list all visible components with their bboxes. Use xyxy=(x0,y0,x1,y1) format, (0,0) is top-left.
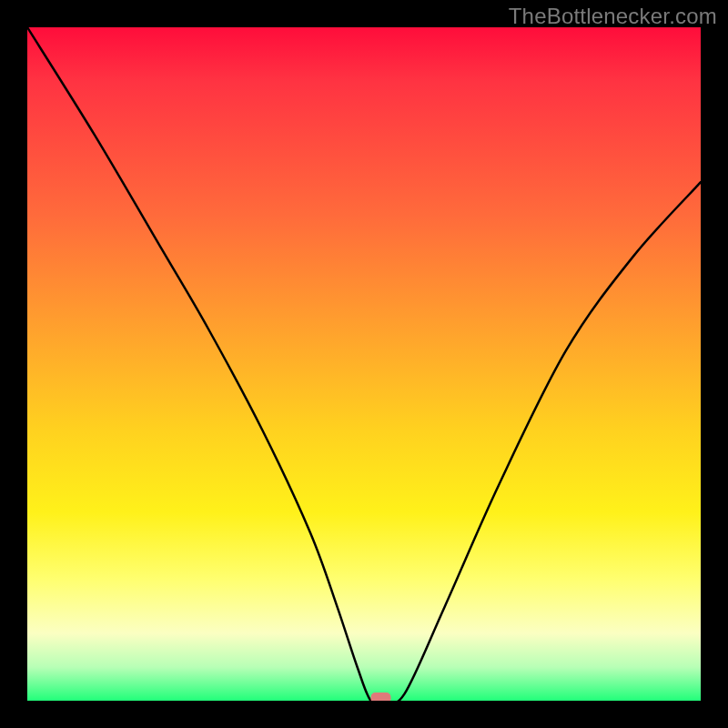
bottleneck-chart-svg xyxy=(27,27,701,701)
plot-area xyxy=(27,27,701,701)
bottleneck-curve xyxy=(27,27,701,701)
minimum-marker xyxy=(371,693,391,701)
chart-frame: TheBottlenecker.com xyxy=(0,0,728,728)
watermark-text: TheBottlenecker.com xyxy=(509,4,717,29)
